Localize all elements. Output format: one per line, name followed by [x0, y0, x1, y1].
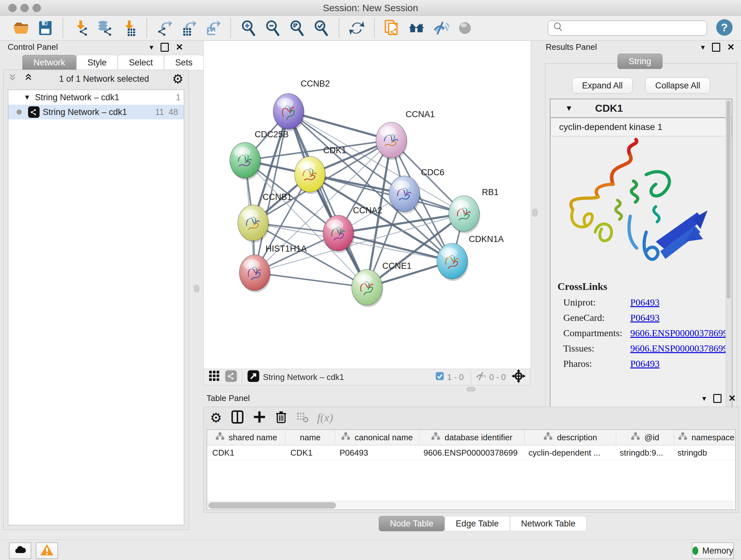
open-session-folder-button[interactable] [11, 18, 31, 38]
network-node-CCNE1[interactable]: CCNE1 [352, 261, 412, 307]
collapse-all-networks-icon[interactable] [9, 72, 20, 85]
network-overview-icon[interactable] [225, 370, 238, 385]
add-column-icon[interactable] [253, 410, 266, 425]
cell[interactable]: P06493 [334, 445, 418, 460]
tab-string[interactable]: String [617, 54, 663, 69]
column-header-database-identifier[interactable]: database identifier [419, 430, 525, 445]
network-node-RB1[interactable]: RB1 [449, 187, 499, 233]
selected-checkbox-icon[interactable] [435, 371, 445, 383]
svg-text:CCNB1: CCNB1 [263, 192, 292, 202]
gene-collapse-icon[interactable]: ▼ [565, 104, 573, 113]
crosslink-link[interactable]: P06493 [630, 358, 660, 369]
crosslink-link[interactable]: 9606.ENSP00000378699 [630, 327, 728, 338]
tab-network-table[interactable]: Network Table [510, 516, 587, 531]
svg-text:CCNE1: CCNE1 [382, 261, 412, 271]
float-panel-icon[interactable]: ▾ [701, 43, 704, 52]
fit-selected-crosshair-icon[interactable] [512, 369, 526, 385]
cell[interactable]: 9606.ENSP00000378699 [418, 445, 523, 460]
crosslink-link[interactable]: P06493 [630, 312, 660, 323]
birds-eye-grid-icon[interactable] [208, 370, 221, 385]
float-panel-icon[interactable]: ▾ [149, 43, 153, 52]
network-node-CCNA1[interactable]: CCNA1 [376, 110, 435, 160]
collection-expand-icon[interactable]: ▼ [23, 93, 30, 102]
cloud-status-button[interactable] [9, 543, 31, 559]
tab-network[interactable]: Network [22, 55, 76, 70]
table-row[interactable]: CDK1CDK1P064939606.ENSP00000378699cyclin… [207, 445, 735, 460]
crosslink-row: Tissues:9606.ENSP00000378699 [563, 343, 732, 354]
network-collection-row[interactable]: ▼ String Network – cdk1 1 [8, 90, 184, 105]
horizontal-splitter-grip[interactable] [467, 387, 475, 391]
show-columns-icon[interactable] [230, 410, 245, 425]
column-header-shared-name[interactable]: shared name [207, 430, 286, 445]
search-box[interactable] [548, 20, 707, 36]
tab-edge-table[interactable]: Edge Table [445, 516, 510, 531]
table-tabs: Node TableEdge TableNetwork Table [379, 516, 587, 531]
warning-button[interactable] [36, 543, 58, 559]
detach-view-icon[interactable] [247, 370, 260, 385]
string-homes-button[interactable] [407, 18, 426, 38]
toolbar-separator [374, 18, 375, 38]
left-splitter-grip[interactable] [194, 285, 199, 293]
zoom-in-button[interactable] [239, 18, 259, 38]
network-node-CDKN1A[interactable]: CDKN1A [437, 234, 504, 281]
zoom-fit-button[interactable] [287, 18, 307, 38]
import-network-database-button[interactable] [95, 18, 115, 38]
svg-text:CDC6: CDC6 [421, 168, 445, 177]
import-table-file-button[interactable] [119, 18, 139, 38]
column-header-description[interactable]: description [525, 430, 616, 445]
maximize-panel-icon[interactable] [712, 43, 720, 52]
expand-all-button[interactable]: Expand All [572, 78, 633, 94]
network-options-gear-icon[interactable]: ⚙ [172, 72, 184, 85]
cell[interactable]: stringdb:9... [615, 445, 672, 460]
collapse-all-button[interactable]: Collapse All [645, 78, 710, 94]
column-header-namespace[interactable]: namespace [674, 430, 736, 445]
expand-all-networks-icon[interactable] [24, 72, 36, 85]
export-image-button[interactable] [203, 18, 223, 38]
crosslink-link[interactable]: P06493 [630, 297, 660, 308]
cell[interactable]: CDK1 [285, 445, 334, 460]
column-header-name[interactable]: name [286, 430, 335, 445]
table-options-gear-icon[interactable]: ⚙ [210, 410, 222, 426]
enrichment-eye-button[interactable] [431, 18, 451, 38]
column-header--id[interactable]: @id [616, 430, 674, 445]
tab-select[interactable]: Select [118, 55, 164, 70]
export-table-button[interactable] [179, 18, 199, 38]
network-node-CCNB1[interactable]: CCNB1 [238, 192, 292, 243]
maximize-panel-icon[interactable] [713, 394, 722, 403]
export-network-button[interactable] [155, 18, 175, 38]
node-table[interactable]: shared namenamecanonical namedatabase id… [207, 429, 736, 510]
close-panel-icon[interactable]: ✕ [727, 44, 735, 51]
network-canvas[interactable]: CCNB2 CCNA1 CDC25B CDK1 [203, 41, 531, 369]
crosslink-label: GeneCard: [563, 312, 630, 323]
table-horizontal-scrollbar[interactable] [207, 501, 735, 509]
cell[interactable]: stringdb [672, 445, 736, 460]
save-session-button[interactable] [36, 18, 55, 38]
cell[interactable]: cyclin-dependent ... [523, 445, 615, 460]
zoom-selected-button[interactable] [312, 18, 331, 38]
column-header-canonical-name[interactable]: canonical name [335, 430, 419, 445]
delete-column-icon[interactable] [274, 410, 288, 425]
results-scrollbar[interactable] [726, 100, 731, 410]
network-row[interactable]: String Network – cdk1 11 48 [8, 105, 184, 119]
tab-style[interactable]: Style [76, 55, 118, 70]
float-panel-icon[interactable]: ▾ [702, 394, 706, 403]
crosslink-link[interactable]: 9606.ENSP00000378699 [630, 343, 728, 354]
network-node-CCNB2[interactable]: CCNB2 [273, 79, 330, 131]
cell[interactable]: CDK1 [207, 445, 285, 460]
zoom-out-button[interactable] [263, 18, 283, 38]
close-panel-icon[interactable]: ✕ [729, 395, 736, 401]
memory-button[interactable]: Memory [692, 543, 734, 559]
search-input[interactable] [565, 23, 703, 33]
tab-sets[interactable]: Sets [164, 55, 204, 70]
network-node-HIST1H1A[interactable]: HIST1H1A [239, 244, 307, 293]
maximize-panel-icon[interactable] [160, 43, 169, 52]
help-button[interactable]: ? [716, 18, 733, 38]
tab-node-table[interactable]: Node Table [379, 516, 445, 531]
results-sphere-button[interactable] [455, 18, 475, 38]
right-splitter-grip[interactable] [532, 209, 537, 216]
import-network-file-button[interactable] [71, 18, 91, 38]
close-panel-icon[interactable]: ✕ [176, 44, 183, 51]
collection-name: String Network – cdk1 [35, 92, 119, 103]
apply-layout-refresh-button[interactable] [347, 18, 367, 38]
string-document-button[interactable] [382, 18, 402, 38]
